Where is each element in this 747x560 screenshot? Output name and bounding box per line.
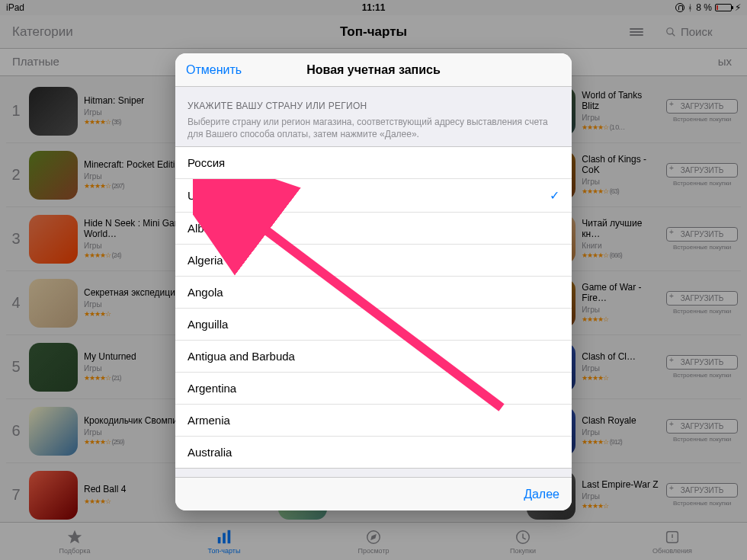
country-list: РоссияUnited States✓AlbaniaAlgeriaAngola…	[175, 146, 572, 469]
country-name: Antigua and Barbuda	[188, 350, 295, 363]
modal-footer: Далее	[175, 477, 572, 510]
modal-header: Отменить Новая учетная запись	[175, 53, 572, 87]
country-name: Россия	[188, 156, 225, 169]
country-name: Argentina	[188, 382, 236, 395]
country-name: United States	[188, 189, 256, 202]
modal-title: Новая учетная запись	[306, 63, 441, 77]
country-row[interactable]: Antigua and Barbuda	[175, 341, 572, 373]
country-name: Algeria	[188, 254, 223, 267]
country-row[interactable]: Australia	[175, 437, 572, 468]
country-name: Armenia	[188, 414, 230, 427]
section-desc: Выберите страну или регион магазина, соо…	[188, 116, 559, 140]
modal-body[interactable]: УКАЖИТЕ ВАШУ СТРАНУ ИЛИ РЕГИОН Выберите …	[175, 87, 572, 477]
country-row[interactable]: Algeria	[175, 245, 572, 277]
country-name: Angola	[188, 286, 223, 299]
country-row[interactable]: Armenia	[175, 405, 572, 437]
country-name: Australia	[188, 446, 232, 459]
country-row[interactable]: Anguilla	[175, 309, 572, 341]
section-title: УКАЖИТЕ ВАШУ СТРАНУ ИЛИ РЕГИОН	[188, 101, 559, 111]
country-name: Albania	[188, 222, 226, 235]
country-row[interactable]: Albania	[175, 213, 572, 245]
country-row[interactable]: Argentina	[175, 373, 572, 405]
country-row[interactable]: Angola	[175, 277, 572, 309]
cancel-button[interactable]: Отменить	[186, 63, 242, 77]
next-button[interactable]: Далее	[524, 488, 559, 501]
new-account-modal: Отменить Новая учетная запись УКАЖИТЕ ВА…	[175, 53, 572, 510]
country-name: Anguilla	[188, 318, 228, 331]
country-row[interactable]: Россия	[175, 147, 572, 179]
checkmark-icon: ✓	[550, 188, 559, 203]
country-row[interactable]: United States✓	[175, 179, 572, 213]
section-header: УКАЖИТЕ ВАШУ СТРАНУ ИЛИ РЕГИОН Выберите …	[175, 87, 572, 146]
